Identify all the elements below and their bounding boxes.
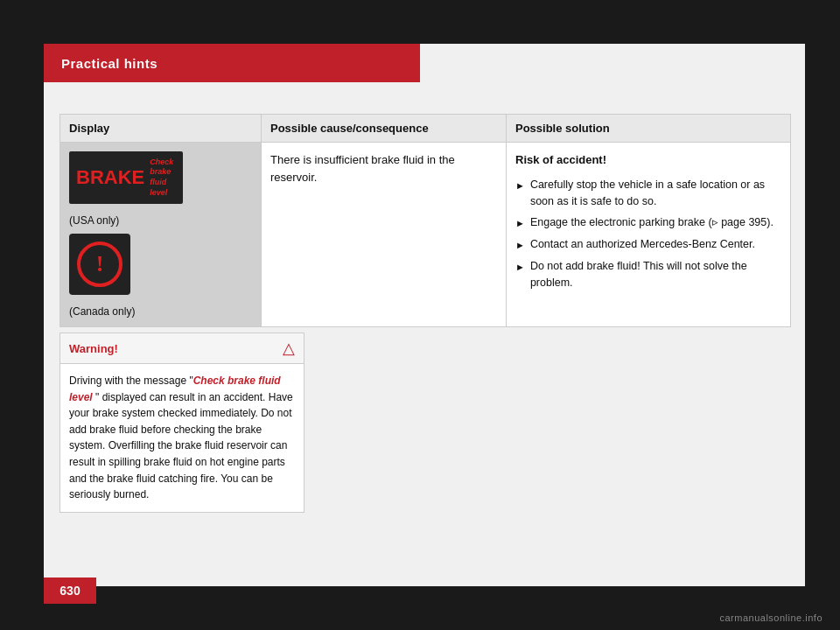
canada-indicator: ! — [69, 234, 130, 295]
watermark-text: carmanualsonline.info — [719, 612, 822, 623]
canada-label: (Canada only) — [69, 305, 135, 318]
list-item: ► Do not add brake fluid! This will not … — [515, 258, 781, 291]
warning-body: Driving with the message "Check brake fl… — [60, 364, 304, 512]
solution-cell: Risk of accident! ► Carefully stop the v… — [507, 143, 790, 326]
bullet-icon-2: ► — [515, 216, 525, 231]
brake-caption-line2: fluid level — [150, 178, 176, 198]
col-solution: Possible solution — [507, 115, 790, 142]
header-bar: Practical hints — [44, 44, 420, 82]
col-cause: Possible cause/consequence — [262, 115, 507, 142]
warning-prefix: Driving with the message " — [69, 374, 193, 387]
watermark: carmanualsonline.info — [719, 612, 822, 623]
solution-item-2: Engage the electronic parking brake (▹ p… — [530, 214, 774, 231]
page-number: 630 — [44, 578, 96, 604]
col-display: Display — [60, 115, 262, 142]
list-item: ► Engage the electronic parking brake (▹… — [515, 214, 781, 231]
cause-text: There is insufficient brake fluid in the… — [270, 153, 455, 184]
bullet-icon-4: ► — [515, 260, 525, 275]
warning-title: Warning! — [69, 342, 118, 355]
brake-caption: Check brake fluid level — [150, 158, 176, 199]
page-title: Practical hints — [61, 56, 158, 71]
solution-item-3: Contact an authorized Mercedes-Benz Cent… — [530, 236, 755, 253]
bullet-icon-3: ► — [515, 238, 525, 253]
display-cell: BRAKE Check brake fluid level (USA only)… — [60, 143, 262, 326]
page-number-text: 630 — [60, 584, 80, 598]
list-item: ► Contact an authorized Mercedes-Benz Ce… — [515, 236, 781, 253]
bullet-icon-1: ► — [515, 178, 525, 193]
warning-box: Warning! △ Driving with the message "Che… — [60, 332, 304, 513]
table-row: BRAKE Check brake fluid level (USA only)… — [60, 143, 790, 326]
main-table: Display Possible cause/consequence Possi… — [60, 114, 791, 327]
brake-indicator: BRAKE Check brake fluid level — [69, 151, 183, 204]
table-header: Display Possible cause/consequence Possi… — [60, 115, 790, 143]
warning-header: Warning! △ — [60, 333, 304, 364]
solution-item-1: Carefully stop the vehicle in a safe loc… — [530, 177, 781, 210]
warning-triangle-icon: △ — [283, 339, 295, 358]
solution-title: Risk of accident! — [515, 151, 781, 170]
brake-text: BRAKE — [76, 166, 144, 189]
warning-suffix: " displayed can result in an accident. H… — [69, 391, 293, 501]
list-item: ► Carefully stop the vehicle in a safe l… — [515, 177, 781, 210]
brake-caption-line1: Check brake — [150, 158, 176, 178]
solution-list: ► Carefully stop the vehicle in a safe l… — [515, 177, 781, 291]
solution-item-4: Do not add brake fluid! This will not so… — [530, 258, 781, 291]
canada-circle-icon: ! — [77, 242, 122, 287]
cause-cell: There is insufficient brake fluid in the… — [262, 143, 507, 326]
usa-label: (USA only) — [69, 214, 119, 227]
